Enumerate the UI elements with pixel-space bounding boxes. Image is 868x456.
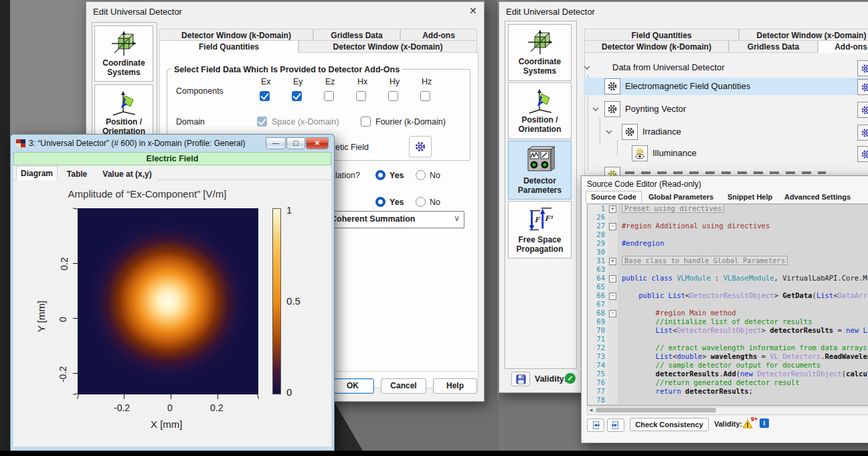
row-settings-button[interactable] [857, 79, 868, 95]
checkbox-fourier-k-domain[interactable] [361, 117, 371, 127]
tab-diagram[interactable]: Diagram [16, 166, 58, 180]
help-button[interactable]: Help [433, 378, 477, 394]
tab-snippet-help[interactable]: Snippet Help [722, 191, 778, 204]
tree-item-illuminance[interactable]: Illuminance [584, 145, 868, 162]
cancel-button[interactable]: Cancel [381, 378, 426, 394]
col-header-ex: Ex [261, 77, 271, 86]
tab-add-ons[interactable]: Add-ons [818, 40, 868, 53]
tab-add-ons[interactable]: Add-ons [400, 29, 477, 41]
tree-item-poynting-vector[interactable]: Poynting Vector [584, 100, 868, 118]
checkbox-ey[interactable] [292, 91, 302, 101]
chevron-down-icon[interactable] [606, 129, 612, 135]
chevron-down-icon[interactable] [592, 106, 599, 112]
fold-collapse-icon[interactable]: - [609, 310, 616, 317]
code-line: 64-public class VLModule : VLBaseModule,… [588, 274, 868, 283]
checkbox-hx[interactable] [356, 91, 366, 101]
universal-detector-result-window: 3: “Universal Detector” (# 600) in x-Dom… [10, 134, 335, 451]
tab-gridless-data[interactable]: Gridless Data [313, 29, 400, 41]
sidebar-item-coordinate-systems[interactable]: Coordinate Systems [508, 24, 572, 81]
tab-detector-window-k-domain[interactable]: Detector Window (k-Domain) [159, 29, 313, 41]
fold-collapse-icon[interactable]: - [609, 275, 616, 283]
domain-label: Domain [176, 117, 205, 127]
q2-no-label: No [430, 198, 440, 207]
validity-label: Validity: [714, 420, 742, 428]
horizontal-scrollbar[interactable]: ◄ [587, 406, 868, 415]
fold-expand-icon[interactable]: + [609, 258, 616, 265]
sidebar-item-position-orientation[interactable]: Position / Orientation [94, 84, 153, 141]
tab-detector-window-k-domain[interactable]: Detector Window (k-Domain) [584, 40, 729, 53]
chevron-down-icon: ∨ [454, 214, 460, 223]
fold-expand-icon[interactable]: + [609, 206, 616, 213]
tab-detector-window-x-domain[interactable]: Detector Window (x-Domain) [739, 29, 868, 41]
desktop: { "colors":{ "accent_blue":"#1669c9","se… [0, 0, 868, 456]
info-icon[interactable]: i [760, 419, 769, 428]
radio-q1-yes[interactable] [375, 170, 385, 180]
page-arrow-left-icon [591, 421, 600, 430]
checkbox-ez[interactable] [324, 91, 334, 101]
sidebar-item-label: Detector Parameters [518, 176, 561, 195]
fold-collapse-icon[interactable]: - [609, 293, 616, 300]
snippet-import-button[interactable] [587, 419, 604, 432]
sidebar-item-label: Coordinate Systems [102, 58, 145, 77]
close-button[interactable]: ✕ [306, 137, 329, 149]
fold-collapse-icon[interactable]: - [609, 223, 616, 230]
check-consistency-button[interactable]: Check Consistency [630, 418, 709, 431]
field-settings-button[interactable] [409, 136, 432, 157]
row-settings-button[interactable] [857, 60, 868, 76]
snippet-export-button[interactable] [607, 419, 624, 432]
code-area[interactable]: 1+Preset using directives2627-#region Ad… [587, 204, 868, 406]
col-header-hy: Hy [389, 77, 400, 86]
radio-q2-yes[interactable] [375, 197, 385, 207]
dialog-title: Edit Universal Detector [506, 7, 595, 17]
fourier-k-domain-label: Fourier (k-Domain) [375, 117, 446, 127]
sidebar-item-position-orientation[interactable]: Position / Orientation [508, 82, 572, 139]
code-line: 27-#region Additional using directives [588, 222, 868, 230]
chevron-down-icon[interactable] [584, 64, 590, 71]
y-tick-label: 0 [58, 317, 68, 322]
code-line: 1+Preset using directives [588, 204, 868, 213]
checkbox-hy[interactable] [388, 91, 398, 101]
tab-detector-window-x-domain[interactable]: Detector Window (x-Domain) [298, 40, 477, 53]
sidebar-item-coordinate-systems[interactable]: Coordinate Systems [94, 25, 153, 82]
save-button[interactable] [511, 372, 530, 386]
warning-count-badge: 9+ [751, 416, 758, 423]
coordinate-systems-icon [110, 30, 137, 57]
sidebar-item-label: Coordinate Systems [519, 57, 561, 76]
coordinate-systems-icon [527, 29, 553, 56]
code-line: 29#endregion [588, 239, 868, 248]
components-label: Components [176, 86, 224, 96]
y-tick-label: 0.2 [59, 257, 70, 270]
tab-value-at-xy[interactable]: Value at (x,y) [96, 167, 158, 180]
tab-global-parameters[interactable]: Global Parameters [643, 191, 719, 204]
maximize-button[interactable]: ▢ [286, 137, 305, 149]
scroll-left-arrow[interactable]: ◄ [588, 407, 594, 413]
tab-gridless-data[interactable]: Gridless Data [729, 40, 818, 53]
summation-dropdown[interactable]: Coherent Summation ∨ [326, 211, 464, 228]
tree-item-root[interactable]: Data from Universal Detector [584, 59, 868, 76]
row-settings-button[interactable] [857, 146, 868, 162]
q1-no-label: No [430, 171, 440, 180]
sidebar-item-detector-parameters[interactable]: Detector Parameters [508, 141, 572, 200]
scrollbar-thumb[interactable] [596, 408, 716, 412]
tree-item-label: Irradiance [642, 127, 681, 137]
sidebar-item-free-space-propagation[interactable]: Free Space Propagation [508, 201, 572, 258]
addon-icon [604, 78, 620, 94]
radio-q2-no[interactable] [416, 197, 426, 207]
checkbox-hz[interactable] [420, 91, 430, 101]
tree-item-irradiance[interactable]: Irradiance [584, 123, 868, 141]
ok-button[interactable]: OK [331, 378, 374, 394]
heatmap-canvas[interactable] [78, 208, 258, 394]
minimize-button[interactable]: — [266, 137, 286, 149]
tab-field-quantities[interactable]: Field Quantities [159, 40, 298, 53]
x-tick-label: -0.2 [114, 402, 130, 413]
tab-advanced-settings[interactable]: Advanced Settings [779, 191, 856, 204]
row-settings-button[interactable] [857, 125, 868, 141]
tab-field-quantities[interactable]: Field Quantities [584, 29, 739, 41]
checkbox-ex[interactable] [260, 91, 270, 101]
tree-item-electromagnetic-field-quantities[interactable]: Electromagnetic Field Quantities [584, 78, 868, 95]
tab-table[interactable]: Table [58, 167, 96, 180]
tab-source-code[interactable]: Source Code [586, 191, 642, 204]
close-icon[interactable]: ✕ [469, 5, 477, 16]
radio-q1-no[interactable] [416, 170, 426, 180]
row-settings-button[interactable] [857, 102, 868, 118]
